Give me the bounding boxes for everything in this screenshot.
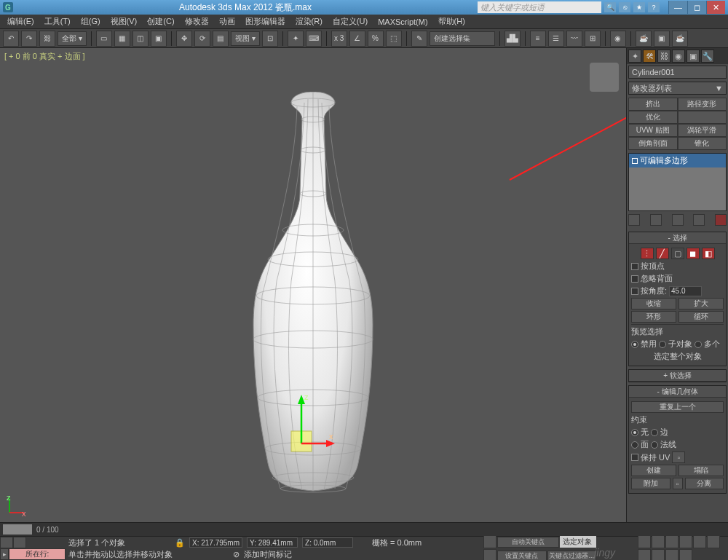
search-icon[interactable]: 🔍 [604, 2, 616, 12]
ring-button[interactable]: 环形 [631, 311, 676, 323]
lock-selection-icon[interactable]: 🔒 [175, 538, 185, 548]
viewport[interactable]: [ + 0 前 0 真实 + 边面 ] [0, 48, 626, 522]
hierarchy-tab[interactable]: ⛓ [657, 50, 670, 63]
key-filter-dropdown[interactable]: 选定对象 [560, 536, 596, 548]
keyboard-button[interactable]: ⌨ [306, 31, 322, 47]
border-mode-button[interactable]: ▢ [671, 248, 684, 259]
time-slider-thumb[interactable] [3, 524, 32, 535]
constraint-edge-radio[interactable] [651, 429, 658, 436]
rotate-button[interactable]: ⟳ [194, 31, 210, 47]
soft-selection-header[interactable]: + 软选择 [629, 370, 726, 382]
percent-snap-button[interactable]: % [368, 31, 384, 47]
mod-empty[interactable] [678, 111, 727, 124]
time-slider[interactable]: 0 / 100 [0, 523, 728, 536]
constraint-face-radio[interactable] [631, 441, 638, 449]
key-filters-button[interactable]: 关键点过滤器... [547, 551, 597, 561]
shrink-button[interactable]: 收缩 [631, 298, 676, 309]
auto-key-button[interactable]: 自动关键点 [497, 537, 559, 548]
repeat-last-button[interactable]: 重复上一个 [631, 401, 724, 413]
loop-button[interactable]: 循环 [678, 311, 724, 323]
named-sel-edit-button[interactable]: ✎ [411, 31, 427, 47]
z-coord-field[interactable]: Z: 0.0mm [302, 537, 353, 548]
utilities-tab[interactable]: 🔧 [701, 50, 714, 63]
menu-group[interactable]: 组(G) [76, 15, 105, 28]
set-key-button[interactable]: 设置关键点 [497, 551, 547, 561]
viewport-label[interactable]: [ + 0 前 0 真实 + 边面 ] [4, 51, 85, 62]
schematic-view-button[interactable]: ⊞ [585, 31, 601, 47]
grow-button[interactable]: 扩大 [678, 298, 724, 309]
time-tag-icon[interactable]: ⊘ [233, 550, 240, 559]
multi-radio[interactable] [695, 341, 702, 348]
menu-modifier[interactable]: 修改器 [181, 15, 213, 28]
disable-radio[interactable] [631, 341, 638, 348]
angle-spinner[interactable]: 45.0 [669, 286, 702, 296]
mod-uvwmap[interactable]: UVW 贴图 [628, 124, 678, 137]
ref-coord-dropdown[interactable]: 视图 ▾ [231, 31, 260, 46]
layer-button[interactable]: ☰ [548, 31, 564, 47]
by-angle-checkbox[interactable] [631, 288, 638, 295]
spinner-snap-button[interactable]: ⬚ [386, 31, 402, 47]
manipulate-button[interactable]: ✦ [288, 31, 304, 47]
min-max-viewport-button[interactable] [679, 549, 692, 560]
show-end-result-button[interactable] [650, 214, 662, 226]
help-icon[interactable]: ? [648, 2, 660, 12]
mod-extrude[interactable]: 挤出 [628, 98, 678, 111]
pin-stack-button[interactable] [628, 214, 640, 226]
attach-list-button[interactable]: ▫ [673, 478, 683, 489]
pan-view-button[interactable] [707, 535, 720, 548]
object-name-field[interactable]: Cylinder001 [628, 66, 727, 79]
attach-button[interactable]: 附加 [631, 478, 670, 489]
selection-rollout-header[interactable]: - 选择 [629, 232, 726, 244]
menu-render[interactable]: 渲染(R) [291, 15, 327, 28]
minimize-button[interactable]: — [668, 1, 687, 14]
y-coord-field[interactable]: Y: 289.41mm [247, 537, 298, 548]
constraint-none-radio[interactable] [631, 429, 638, 436]
undo-button[interactable]: ↶ [3, 31, 19, 47]
constraint-normal-radio[interactable] [651, 441, 658, 449]
render-frame-button[interactable]: ▣ [654, 31, 670, 47]
preserve-uv-checkbox[interactable] [631, 454, 638, 461]
material-editor-button[interactable]: ◉ [610, 31, 626, 47]
set-key-icon[interactable] [483, 549, 496, 560]
menu-graph-editor[interactable]: 图形编辑器 [241, 15, 290, 28]
remove-modifier-button[interactable] [693, 214, 705, 226]
stack-expand-icon[interactable] [632, 158, 638, 164]
maximize-button[interactable]: ◻ [687, 1, 706, 14]
menu-edit[interactable]: 编辑(E) [3, 15, 39, 28]
preserve-uv-settings-button[interactable]: ▫ [672, 451, 685, 463]
stack-editable-poly[interactable]: 可编辑多边形 [629, 154, 726, 167]
render-setup-button[interactable]: ☕ [636, 31, 652, 47]
star-icon[interactable]: ★ [633, 2, 645, 12]
next-frame-button[interactable] [679, 535, 692, 548]
mod-bevel-profile[interactable]: 倒角剖面 [628, 137, 678, 150]
script-toggle[interactable]: ▸ [0, 548, 9, 560]
curve-editor-button[interactable]: 〰 [566, 31, 582, 47]
mod-optimize[interactable]: 优化 [628, 111, 678, 124]
scale-button[interactable]: ▤ [213, 31, 229, 47]
select-name-button[interactable]: ▦ [114, 31, 130, 47]
move-button[interactable]: ✥ [176, 31, 192, 47]
snap-toggle-button[interactable]: x 3 [331, 31, 347, 47]
configure-sets-button[interactable] [715, 214, 727, 226]
motion-tab[interactable]: ◉ [672, 50, 685, 63]
goto-end-button[interactable] [693, 535, 706, 548]
modifier-list-dropdown[interactable]: 修改器列表 ▼ [628, 82, 727, 95]
angle-snap-button[interactable]: ∠ [349, 31, 365, 47]
help-search-input[interactable]: 键入关键字或短语 [478, 1, 601, 13]
menu-tools[interactable]: 工具(T) [40, 15, 75, 28]
viewcube[interactable] [590, 63, 619, 92]
menu-animation[interactable]: 动画 [215, 15, 240, 28]
display-tab[interactable]: ▣ [687, 50, 700, 63]
collapse-button[interactable]: 塌陷 [678, 465, 724, 476]
edge-mode-button[interactable]: ╱ [656, 248, 669, 259]
window-crossing-button[interactable]: ▣ [151, 31, 167, 47]
keymode-button[interactable] [483, 535, 496, 548]
add-time-tag-label[interactable]: 添加时间标记 [244, 549, 292, 560]
script-line-indicator[interactable]: 所在行: [9, 548, 66, 560]
detach-button[interactable]: 分离 [685, 478, 724, 489]
link-button[interactable]: ⛓ [39, 31, 55, 47]
prev-frame-button[interactable] [652, 535, 665, 548]
element-mode-button[interactable]: ◧ [702, 248, 715, 259]
align-button[interactable]: ≡ [530, 31, 546, 47]
menu-view[interactable]: 视图(V) [106, 15, 142, 28]
